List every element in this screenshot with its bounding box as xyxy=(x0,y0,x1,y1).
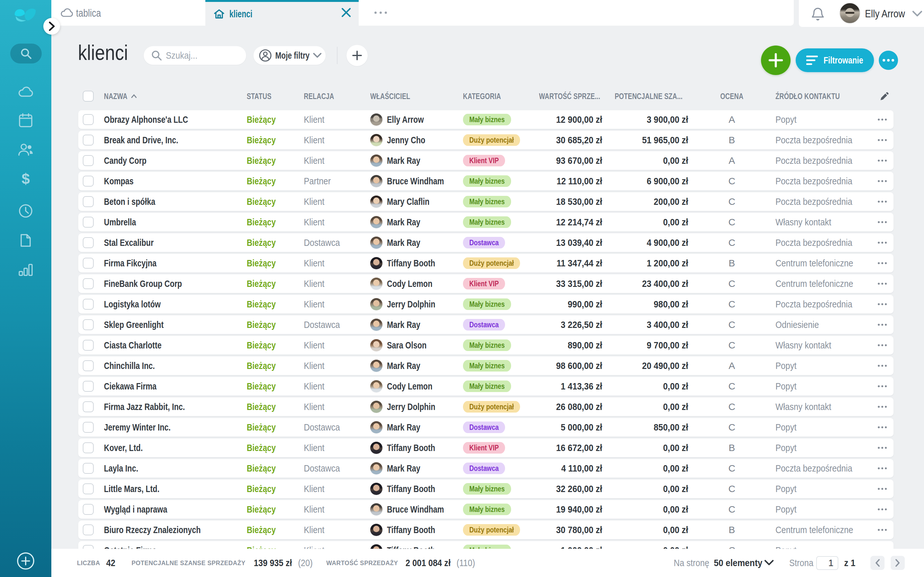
svg-text:$: $ xyxy=(21,172,30,187)
